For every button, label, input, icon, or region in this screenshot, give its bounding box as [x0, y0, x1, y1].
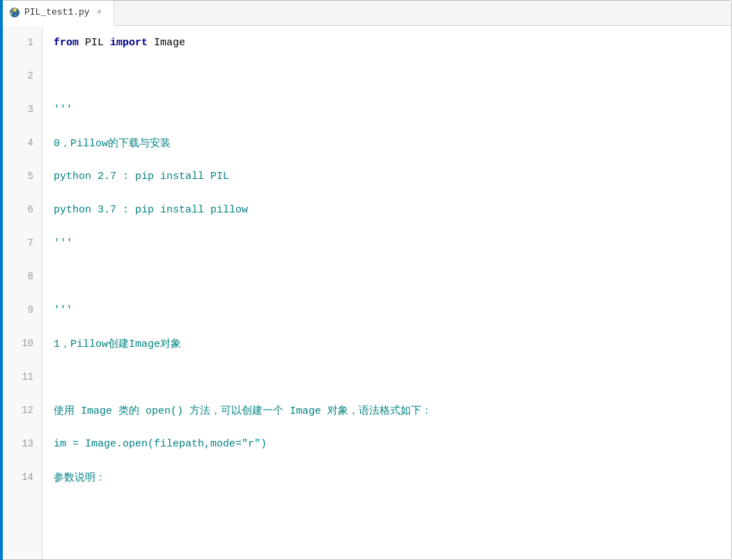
line-number: 6 [1, 193, 42, 226]
code-line: 0，Pillow的下载与安装 [42, 126, 731, 160]
line-number: 2 [1, 59, 42, 93]
code-token: python 2.7 : pip install PIL [54, 171, 229, 182]
line-number: 14 [1, 460, 42, 494]
line-number: 8 [1, 260, 42, 293]
code-token: 1，Pillow创建Image对象 [54, 337, 181, 350]
code-token: 0，Pillow的下载与安装 [54, 137, 171, 150]
code-token: PIL [79, 37, 110, 49]
line-number: 9 [1, 293, 42, 327]
code-line: -''' [42, 93, 731, 126]
code-token: im = Image.open(filepath,mode="r") [54, 438, 267, 450]
code-token: 使用 Image 类的 open() 方法，可以创建一个 Image 对象，语法… [54, 404, 432, 417]
line-number: 4 [1, 126, 42, 160]
code-line: -''' [42, 293, 731, 327]
line-number: 3 [1, 93, 42, 126]
code-line: python 3.7 : pip install pillow [42, 193, 731, 226]
code-line: 使用 Image 类的 open() 方法，可以创建一个 Image 对象，语法… [42, 394, 731, 427]
code-line: -''' [42, 226, 731, 260]
code-line: 参数说明： [42, 460, 731, 494]
code-token: ''' [54, 304, 72, 316]
line-number: 10 [1, 327, 42, 360]
tab-bar: PIL_test1.py × [1, 1, 731, 26]
code-line: python 2.7 : pip install PIL [42, 160, 731, 193]
code-line: im = Image.open(filepath,mode="r") [42, 427, 731, 460]
line-number: 11 [1, 360, 42, 394]
file-tab[interactable]: PIL_test1.py × [1, 1, 114, 26]
editor-body: 1234567891011121314 from PIL import Imag… [1, 26, 731, 559]
code-line: 1，Pillow创建Image对象 [42, 327, 731, 360]
code-area[interactable]: from PIL import Image-'''0，Pillow的下载与安装p… [42, 26, 731, 559]
code-token: ''' [54, 104, 72, 116]
python-icon [9, 7, 20, 18]
code-line: from PIL import Image [42, 26, 731, 59]
line-numbers: 1234567891011121314 [1, 26, 42, 559]
code-line [42, 59, 731, 93]
tab-filename: PIL_test1.py [24, 7, 90, 17]
line-number: 12 [1, 394, 42, 427]
left-border-indicator [1, 26, 3, 559]
code-token: Image [148, 37, 185, 49]
line-number: 13 [1, 427, 42, 460]
line-number: 7 [1, 226, 42, 260]
line-number: 1 [1, 26, 42, 59]
svg-point-1 [13, 9, 15, 10]
svg-point-2 [15, 14, 17, 15]
editor-window: PIL_test1.py × 1234567891011121314 from … [0, 0, 732, 560]
code-line [42, 360, 731, 394]
code-token: from [54, 37, 79, 49]
code-line [42, 260, 731, 293]
code-token: python 3.7 : pip install pillow [54, 204, 248, 216]
line-number: 5 [1, 160, 42, 193]
tab-close-button[interactable]: × [94, 7, 105, 18]
code-token: import [110, 37, 148, 49]
code-token: 参数说明： [54, 471, 106, 484]
code-token: ''' [54, 238, 72, 249]
